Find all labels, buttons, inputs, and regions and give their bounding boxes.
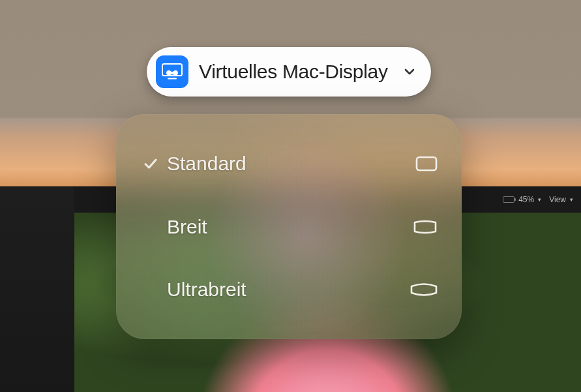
option-label: Ultrabreit xyxy=(164,279,410,301)
view-menu-label[interactable]: View xyxy=(549,195,566,204)
option-standard[interactable]: Standard xyxy=(140,140,438,187)
ratio-wide-icon xyxy=(410,218,438,236)
option-wide[interactable]: Breit xyxy=(140,204,438,250)
chevron-down-icon xyxy=(402,65,417,79)
option-label: Breit xyxy=(164,216,410,238)
scene-background: 45% ▾ View ▾ Virtuelles Mac-Display xyxy=(0,0,581,392)
check-icon xyxy=(140,156,162,172)
chevron-down-icon: ▾ xyxy=(570,196,573,203)
dropdown-label: Virtuelles Mac-Display xyxy=(199,61,392,83)
chevron-down-icon: ▾ xyxy=(538,196,541,203)
option-ultrawide[interactable]: Ultrabreit xyxy=(140,266,438,313)
virtual-display-dropdown-button[interactable]: Virtuelles Mac-Display xyxy=(147,47,431,97)
svg-rect-2 xyxy=(417,157,436,170)
option-label: Standard xyxy=(164,153,410,175)
vision-pro-display-icon xyxy=(156,55,188,88)
display-ratio-popover: Standard Breit Ultrabreit xyxy=(116,114,462,339)
ratio-ultrawide-icon xyxy=(410,281,438,298)
battery-icon xyxy=(503,196,514,203)
zoom-level-label[interactable]: 45% xyxy=(518,195,534,204)
ratio-standard-icon xyxy=(410,155,438,173)
